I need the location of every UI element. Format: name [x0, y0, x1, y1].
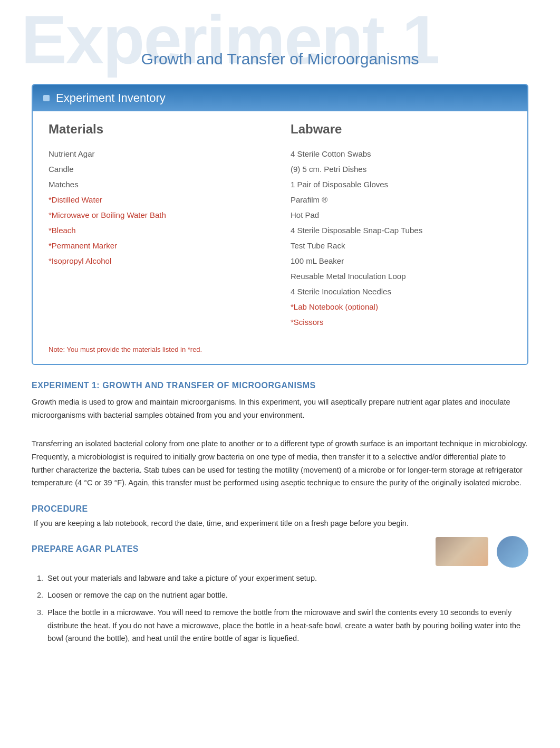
list-item: 100 mL Beaker	[291, 253, 511, 268]
list-item: *Scissors	[291, 314, 511, 330]
experiment-paragraph-1: Growth media is used to grow and maintai…	[32, 396, 528, 421]
inventory-box: Experiment Inventory Materials Nutrient …	[32, 84, 528, 365]
procedure-heading: PROCEDURE	[32, 504, 528, 514]
materials-list: Nutrient Agar Candle Matches *Distilled …	[49, 146, 269, 268]
header-dot	[43, 95, 50, 101]
step-3: Place the bottle in a microwave. You wil…	[37, 606, 528, 645]
materials-column: Materials Nutrient Agar Candle Matches *…	[49, 122, 269, 330]
procedure-section: PROCEDURE If you are keeping a lab noteb…	[32, 504, 528, 645]
labware-heading: Labware	[291, 122, 511, 137]
labware-list: 4 Sterile Cotton Swabs (9) 5 cm. Petri D…	[291, 146, 511, 330]
list-item: *Microwave or Boiling Water Bath	[49, 207, 269, 223]
inventory-title: Experiment Inventory	[56, 91, 166, 105]
steps-list: Set out your materials and labware and t…	[32, 572, 528, 645]
list-item: Nutrient Agar	[49, 146, 269, 161]
prepare-heading: PREPARE AGAR PLATES	[32, 544, 139, 554]
materials-heading: Materials	[49, 122, 269, 137]
list-item: 4 Sterile Inoculation Needles	[291, 284, 511, 299]
step-2: Loosen or remove the cap on the nutrient…	[37, 589, 528, 602]
list-item: (9) 5 cm. Petri Dishes	[291, 161, 511, 177]
page-title: Growth and Transfer of Microorganisms	[32, 21, 528, 68]
list-item: Parafilm ®	[291, 192, 511, 207]
list-item: Candle	[49, 161, 269, 177]
experiment-heading: EXPERIMENT 1: GROWTH AND TRANSFER OF MIC…	[32, 381, 528, 390]
list-item: *Permanent Marker	[49, 238, 269, 253]
experiment-paragraph-2: Transferring an isolated bacterial colon…	[32, 437, 528, 490]
list-item: 4 Sterile Cotton Swabs	[291, 146, 511, 161]
list-item: Hot Pad	[291, 207, 511, 223]
inventory-note: Note: You must provide the materials lis…	[49, 340, 511, 353]
step-1: Set out your materials and labware and t…	[37, 572, 528, 585]
inventory-header: Experiment Inventory	[33, 85, 527, 111]
agar-image	[436, 537, 488, 566]
procedure-note: If you are keeping a lab notebook, recor…	[32, 519, 528, 528]
list-item: 4 Sterile Disposable Snap-Cap Tubes	[291, 223, 511, 238]
list-item: Matches	[49, 177, 269, 192]
list-item: *Distilled Water	[49, 192, 269, 207]
list-item: Reusable Metal Inoculation Loop	[291, 268, 511, 284]
list-item: *Bleach	[49, 223, 269, 238]
prepare-images	[436, 536, 528, 568]
experiment-section: EXPERIMENT 1: GROWTH AND TRANSFER OF MIC…	[32, 381, 528, 490]
inventory-content: Materials Nutrient Agar Candle Matches *…	[33, 111, 527, 364]
list-item: 1 Pair of Disposable Gloves	[291, 177, 511, 192]
inventory-columns: Materials Nutrient Agar Candle Matches *…	[49, 122, 511, 330]
labware-column: Labware 4 Sterile Cotton Swabs (9) 5 cm.…	[291, 122, 511, 330]
list-item: Test Tube Rack	[291, 238, 511, 253]
experiment-header: Experiment 1 Growth and Transfer of Micr…	[32, 16, 528, 68]
list-item: *Isopropyl Alcohol	[49, 253, 269, 268]
round-image	[497, 536, 528, 568]
prepare-header-row: PREPARE AGAR PLATES	[32, 536, 528, 568]
list-item: *Lab Notebook (optional)	[291, 299, 511, 314]
